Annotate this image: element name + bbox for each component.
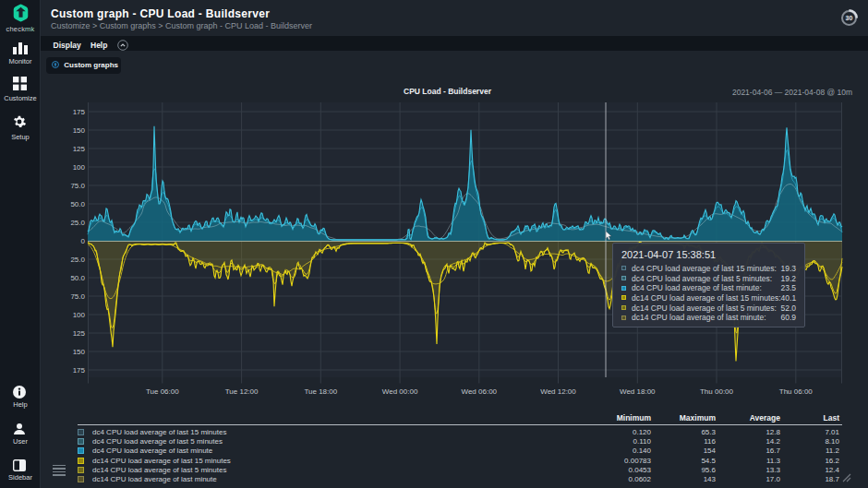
svg-text:Thu 06:00: Thu 06:00	[779, 387, 814, 396]
svg-text:Wed 06:00: Wed 06:00	[462, 387, 498, 396]
svg-text:Thu 00:00: Thu 00:00	[700, 387, 734, 396]
svg-text:0: 0	[81, 237, 86, 245]
svg-text:150: 150	[73, 348, 86, 356]
svg-text:50.0: 50.0	[70, 200, 85, 208]
svg-text:100: 100	[73, 163, 86, 172]
svg-text:75.0: 75.0	[70, 182, 85, 190]
svg-text:Tue 06:00: Tue 06:00	[146, 387, 179, 396]
svg-text:Wed 12:00: Wed 12:00	[540, 387, 576, 396]
svg-text:Tue 18:00: Tue 18:00	[304, 387, 337, 396]
svg-text:25.0: 25.0	[70, 256, 85, 264]
svg-text:175: 175	[73, 366, 86, 375]
svg-text:175: 175	[73, 108, 86, 116]
svg-text:125: 125	[73, 145, 86, 153]
svg-text:150: 150	[73, 126, 86, 135]
svg-text:Wed 00:00: Wed 00:00	[382, 387, 418, 396]
svg-text:75.0: 75.0	[70, 292, 85, 301]
svg-text:125: 125	[73, 329, 86, 338]
svg-text:Wed 18:00: Wed 18:00	[620, 387, 656, 396]
svg-text:100: 100	[73, 311, 86, 319]
svg-text:25.0: 25.0	[70, 219, 85, 227]
svg-text:Tue 12:00: Tue 12:00	[225, 387, 259, 396]
svg-text:50.0: 50.0	[70, 274, 85, 282]
